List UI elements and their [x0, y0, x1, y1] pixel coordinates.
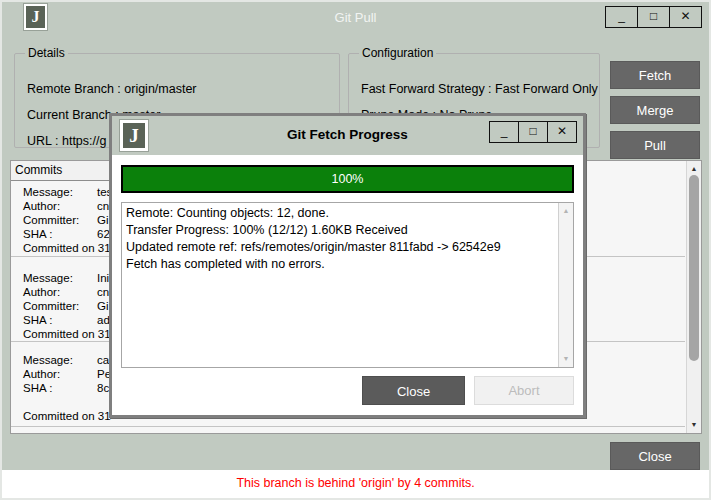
- commit-sha-value: ad: [97, 314, 110, 326]
- modal-window-controls: _ □ ✕: [490, 121, 577, 143]
- commit-sha-label: SHA :: [23, 227, 97, 241]
- maximize-button[interactable]: □: [637, 6, 670, 28]
- commit-sha-label: SHA :: [23, 313, 97, 327]
- remote-branch-row: Remote Branch : origin/master: [27, 82, 197, 96]
- fetch-progress-bar: 100%: [121, 165, 574, 193]
- commits-scrollbar[interactable]: ▲ ▼: [686, 161, 701, 433]
- log-scrollbar[interactable]: ▲ ▼: [558, 203, 573, 367]
- log-line: Remote: Counting objects: 12, done.: [126, 205, 553, 222]
- close-window-button[interactable]: ✕: [669, 6, 702, 28]
- commit-author-value: cn: [97, 286, 109, 298]
- merge-button[interactable]: Merge: [610, 96, 700, 124]
- main-titlebar: J Git Pull _ □ ✕: [2, 2, 709, 33]
- commit-divider: [11, 426, 685, 427]
- git-fetch-progress-dialog: J Git Fetch Progress _ □ ✕ 100% Remote: …: [109, 113, 586, 418]
- modal-titlebar: J Git Fetch Progress _ □ ✕: [112, 116, 583, 155]
- commit-committer-label: Committer:: [23, 299, 97, 313]
- commit-committer-label: Committer:: [23, 213, 97, 227]
- commit-author-value: cn: [97, 200, 109, 212]
- commit-message-label: Message:: [23, 353, 97, 367]
- fast-forward-row: Fast Forward Strategy : Fast Forward Onl…: [361, 82, 598, 96]
- fetch-log-textarea[interactable]: Remote: Counting objects: 12, done. Tran…: [121, 202, 574, 368]
- commit-author-label: Author:: [23, 367, 97, 381]
- url-row: URL : https://g: [27, 134, 106, 148]
- details-legend: Details: [25, 46, 68, 60]
- commit-author-label: Author:: [23, 199, 97, 213]
- git-pull-window: J Git Pull _ □ ✕ Details Remote Branch :…: [0, 0, 711, 500]
- status-strip: This branch is behind 'origin' by 4 comm…: [2, 470, 709, 498]
- log-line: Transfer Progress: 100% (12/12) 1.60KB R…: [126, 222, 553, 239]
- scroll-down-icon[interactable]: ▼: [559, 351, 573, 367]
- log-line: Updated remote ref: refs/remotes/origin/…: [126, 239, 553, 256]
- modal-abort-button: Abort: [474, 376, 574, 405]
- commit-message-value: Ini: [97, 272, 109, 284]
- commit-committer-value: Gi: [97, 300, 109, 312]
- close-window-button[interactable]: ✕: [547, 121, 577, 143]
- commit-committer-value: Gi: [97, 214, 109, 226]
- scroll-up-icon[interactable]: ▲: [559, 203, 573, 219]
- log-line: Fetch has completed with no errors.: [126, 256, 553, 273]
- maximize-button[interactable]: □: [518, 121, 548, 143]
- minimize-button[interactable]: _: [489, 121, 519, 143]
- commit-author-label: Author:: [23, 285, 97, 299]
- scroll-down-icon[interactable]: ▼: [687, 417, 701, 433]
- commit-sha-value: 62: [97, 228, 110, 240]
- commit-sha-label: SHA :: [23, 381, 97, 395]
- main-window-title: Git Pull: [2, 10, 709, 25]
- scrollbar-thumb[interactable]: [689, 175, 699, 361]
- commit-message-label: Message:: [23, 271, 97, 285]
- minimize-button[interactable]: _: [605, 6, 638, 28]
- commit-message-label: Message:: [23, 185, 97, 199]
- main-window-controls: _ □ ✕: [606, 6, 702, 28]
- fetch-button[interactable]: Fetch: [610, 61, 700, 89]
- pull-button[interactable]: Pull: [610, 131, 700, 159]
- main-close-button[interactable]: Close: [610, 442, 700, 470]
- commits-header: Commits: [11, 161, 111, 181]
- modal-close-button[interactable]: Close: [362, 376, 465, 405]
- status-message: This branch is behind 'origin' by 4 comm…: [2, 476, 709, 490]
- configuration-legend: Configuration: [359, 46, 436, 60]
